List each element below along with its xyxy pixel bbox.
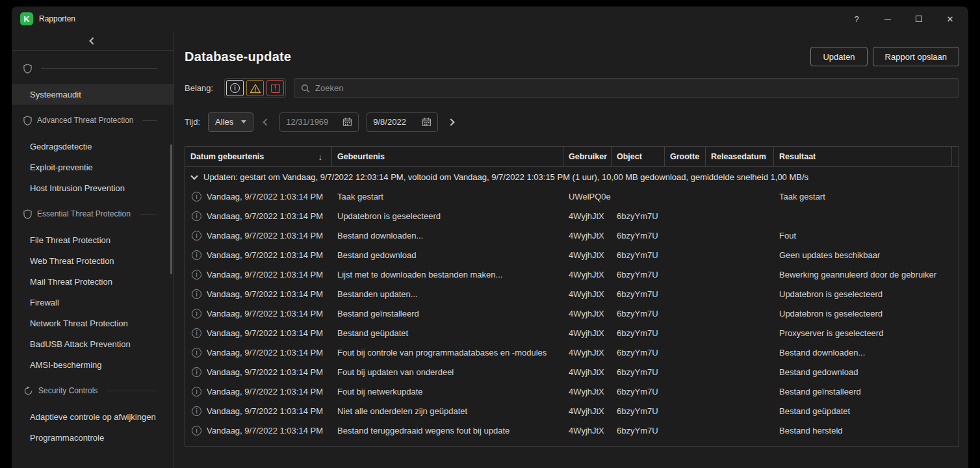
info-severity-button[interactable]: i [226,80,244,96]
event-object: 6bzyYm7U [617,387,658,396]
event-result: Bestand geüpdatet [779,406,850,416]
search-box [294,78,959,98]
time-range-select[interactable]: Alles [208,112,253,132]
sidebar-item[interactable]: Adaptieve controle op afwijkingen [12,406,174,427]
table-row[interactable]: i Vandaag, 9/7/2022 1:03:14 PM Bestand g… [185,304,959,323]
info-icon: i [192,211,201,221]
chevron-down-icon [190,172,198,179]
sidebar-item-label: Firewall [30,298,59,307]
search-input[interactable] [315,83,952,93]
date-to-field[interactable]: 9/8/2022 [367,112,438,132]
table-header: Datum gebeurtenis ↓ Gebeurtenis Gebruike… [185,147,959,167]
group-header-row[interactable]: Updaten: gestart om Vandaag, 9/7/2022 12… [185,167,959,187]
table-row[interactable]: i Vandaag, 9/7/2022 1:03:14 PM Fout bij … [185,362,959,382]
sidebar-scrollbar[interactable] [170,144,172,274]
table-row[interactable]: i Vandaag, 9/7/2022 1:03:14 PM Bestand g… [185,323,959,343]
close-button[interactable]: ✕ [935,6,966,31]
table-row[interactable]: i Vandaag, 9/7/2022 1:03:14 PM Bestand g… [185,245,959,265]
column-header-label: Gebeurtenis [337,152,385,161]
event-result: Bestand hersteld [779,426,843,436]
info-icon: i [192,348,201,358]
section-divider-line [107,391,157,391]
info-icon: i [192,231,201,240]
sidebar-item[interactable]: Network Threat Protection [12,313,174,333]
event-object: 6bzyYm7U [617,426,658,436]
event-result: Updatebron is geselecteerd [779,309,883,318]
next-period-button[interactable] [446,112,456,132]
previous-period-button[interactable] [261,112,272,132]
event-user: 4WyjhJtX [569,309,604,318]
event-object: 6bzyYm7U [617,328,658,338]
column-header-object[interactable]: Object [612,147,665,166]
table-row[interactable]: i Vandaag, 9/7/2022 1:03:14 PM Bestanden… [185,284,959,304]
table-row[interactable]: i Vandaag, 9/7/2022 1:03:14 PM Taak gest… [185,187,959,206]
sidebar-item[interactable]: Firewall [12,292,174,313]
sidebar-item-label: BadUSB Attack Prevention [30,339,131,349]
sidebar-item[interactable]: Systeemaudit [12,84,174,105]
sidebar-item[interactable]: Exploit-preventie [12,157,174,177]
shield-icon [23,116,32,125]
chevron-left-icon [263,118,270,125]
event-name: Bestanden updaten... [337,289,418,299]
table-row[interactable]: i Vandaag, 9/7/2022 1:03:14 PM Bestand d… [185,226,959,245]
column-header-label: Object [617,152,642,161]
column-header-release-date[interactable]: Releasedatum [706,147,774,166]
help-button[interactable]: ? [841,6,872,31]
sidebar-item-label: Exploit-preventie [30,162,93,172]
page-title: Database-update [185,49,291,64]
column-header-date[interactable]: Datum gebeurtenis ↓ [185,147,332,166]
table-row[interactable]: i Vandaag, 9/7/2022 1:03:14 PM Fout bij … [185,343,959,362]
warning-severity-button[interactable] [246,80,264,96]
table-row[interactable]: i Vandaag, 9/7/2022 1:03:14 PM Niet alle… [185,401,959,421]
table-row[interactable]: i Vandaag, 9/7/2022 1:03:14 PM Fout bij … [185,382,959,401]
critical-severity-button[interactable]: ! [266,80,284,96]
event-name: Bestand gedownload [337,250,416,260]
update-button[interactable]: Updaten [810,47,867,66]
column-header-user[interactable]: Gebruiker [563,147,612,166]
save-report-button[interactable]: Rapport opslaan [873,47,959,66]
chevron-right-icon [448,118,455,125]
sidebar-item[interactable]: Web Threat Protection [12,250,174,271]
info-icon: i [192,328,201,338]
column-header-result[interactable]: Resultaat [774,147,952,166]
sidebar-section: Essential Threat Protection [12,203,174,224]
sidebar-section-label: Security Controls [38,386,97,395]
event-user: 4WyjhJtX [569,289,604,299]
window-title: Rapporten [39,6,75,31]
sidebar-item[interactable]: AMSI-bescherming [12,354,174,375]
event-result: Bestand downloaden... [779,348,865,358]
event-object: 6bzyYm7U [617,309,658,318]
event-result: Bestand geïnstalleerd [779,387,861,396]
sidebar-item[interactable]: Gedragsdetectie [12,136,174,157]
event-name: Bestand geüpdatet [337,328,408,338]
sidebar-item[interactable]: Programmacontrole [12,427,174,448]
sidebar-item-label: AMSI-bescherming [30,360,102,370]
event-name: Updatebron is geselecteerd [337,211,441,221]
maximize-button[interactable] [903,6,935,31]
sidebar-item[interactable]: File Threat Protection [12,229,174,250]
time-label: Tijd: [185,117,200,127]
column-header-event[interactable]: Gebeurtenis [332,147,563,166]
sidebar-item[interactable]: Host Intrusion Prevention [12,177,174,198]
event-user: 4WyjhJtX [569,348,604,358]
event-date: Vandaag, 9/7/2022 1:03:14 PM [207,348,323,358]
sidebar-item[interactable]: BadUSB Attack Prevention [12,333,174,354]
app-window: K Rapporten ? ✕ Systeemaudit [12,6,968,468]
main-header: Database-update Updaten Rapport opslaan [185,46,959,68]
event-user: 4WyjhJtX [569,328,604,338]
sort-descending-icon: ↓ [318,152,323,162]
table-row[interactable]: i Vandaag, 9/7/2022 1:03:14 PM Lijst met… [185,265,959,284]
table-row[interactable]: i Vandaag, 9/7/2022 1:03:14 PM Updatebro… [185,206,959,226]
table-row[interactable]: i Vandaag, 9/7/2022 1:03:14 PM Bestand t… [185,421,959,440]
sidebar-collapse-button[interactable] [12,31,174,51]
event-date: Vandaag, 9/7/2022 1:03:14 PM [207,270,323,280]
event-object: 6bzyYm7U [617,211,658,221]
date-from-field[interactable]: 12/31/1969 [279,112,359,132]
chevron-left-icon [89,37,96,44]
shield-icon [23,64,32,73]
column-header-size[interactable]: Grootte [665,147,706,166]
sidebar-item[interactable]: Mail Threat Protection [12,271,174,292]
minimize-button[interactable] [872,6,903,31]
security-controls-icon [23,386,33,396]
sidebar-section: Advanced Threat Protection [12,110,174,131]
